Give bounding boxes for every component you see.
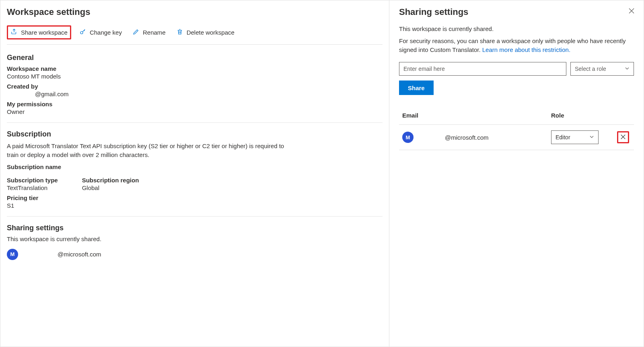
subscription-desc: A paid Microsoft Translator Text API sub… bbox=[7, 142, 288, 159]
toolbar: Share workspace Change key Rename Delete… bbox=[7, 23, 383, 45]
general-section: General Workspace name Contoso MT models… bbox=[7, 52, 383, 123]
permissions-value: Owner bbox=[7, 108, 383, 115]
svg-point-0 bbox=[80, 31, 83, 34]
created-by-label: Created by bbox=[7, 83, 383, 90]
panel-status: This workspace is currently shared. bbox=[399, 25, 634, 33]
delete-workspace-button[interactable]: Delete workspace bbox=[174, 25, 237, 39]
close-panel-button[interactable] bbox=[628, 8, 635, 15]
share-table-row: M @microsoft.com Editor bbox=[399, 125, 634, 150]
sharing-status: This workspace is currently shared. bbox=[7, 235, 383, 242]
row-role-select[interactable]: Editor bbox=[551, 130, 599, 144]
avatar: M bbox=[7, 249, 18, 260]
subscription-region-label: Subscription region bbox=[82, 177, 139, 184]
shared-user-row: M @microsoft.com bbox=[7, 249, 383, 260]
role-select[interactable]: Select a role bbox=[570, 62, 634, 76]
subscription-type-value: TextTranslation bbox=[7, 184, 58, 191]
subscription-name-label: Subscription name bbox=[7, 163, 383, 170]
share-workspace-button[interactable]: Share workspace bbox=[7, 25, 71, 39]
chevron-down-icon bbox=[625, 66, 630, 72]
share-table: Email Role M @microsoft.com Editor bbox=[399, 106, 634, 150]
sharing-section: Sharing settings This workspace is curre… bbox=[7, 222, 383, 267]
row-email: @microsoft.com bbox=[421, 134, 489, 141]
panel-security-text: For security reasons, you can share a wo… bbox=[399, 37, 634, 54]
rename-button[interactable]: Rename bbox=[130, 25, 168, 39]
shared-email: @microsoft.com bbox=[25, 251, 101, 258]
sharing-heading: Sharing settings bbox=[7, 224, 383, 232]
main-content: Workspace settings Share workspace Chang… bbox=[0, 0, 389, 347]
workspace-name-label: Workspace name bbox=[7, 65, 383, 72]
pricing-tier-label: Pricing tier bbox=[7, 194, 383, 201]
subscription-region-value: Global bbox=[82, 184, 139, 191]
general-heading: General bbox=[7, 54, 383, 62]
subscription-type-label: Subscription type bbox=[7, 177, 58, 184]
remove-user-button[interactable] bbox=[617, 131, 629, 143]
change-key-button[interactable]: Change key bbox=[77, 25, 124, 39]
avatar: M bbox=[402, 132, 414, 143]
trash-icon bbox=[176, 28, 183, 37]
share-icon bbox=[10, 28, 18, 37]
chevron-down-icon bbox=[589, 134, 594, 140]
row-role-value: Editor bbox=[556, 134, 570, 140]
created-by-value: @gmail.com bbox=[7, 91, 383, 97]
workspace-name-value: Contoso MT models bbox=[7, 73, 383, 80]
close-icon bbox=[620, 134, 626, 141]
subscription-heading: Subscription bbox=[7, 130, 383, 138]
email-header: Email bbox=[402, 112, 551, 119]
share-form: Select a role bbox=[399, 62, 634, 76]
pencil-icon bbox=[132, 28, 140, 37]
learn-more-link[interactable]: Learn more about this restriction. bbox=[482, 46, 570, 53]
share-button[interactable]: Share bbox=[399, 81, 434, 95]
share-table-header: Email Role bbox=[399, 106, 634, 125]
email-input[interactable] bbox=[399, 62, 566, 76]
role-select-value: Select a role bbox=[575, 66, 606, 72]
role-header: Role bbox=[551, 112, 615, 119]
sharing-panel: Sharing settings This workspace is curre… bbox=[389, 0, 644, 347]
permissions-label: My permissions bbox=[7, 101, 383, 107]
key-icon bbox=[79, 28, 86, 37]
subscription-section: Subscription A paid Microsoft Translator… bbox=[7, 128, 383, 217]
close-icon bbox=[628, 9, 635, 15]
page-title: Workspace settings bbox=[7, 7, 383, 17]
panel-title: Sharing settings bbox=[399, 7, 634, 17]
pricing-tier-value: S1 bbox=[7, 202, 383, 209]
